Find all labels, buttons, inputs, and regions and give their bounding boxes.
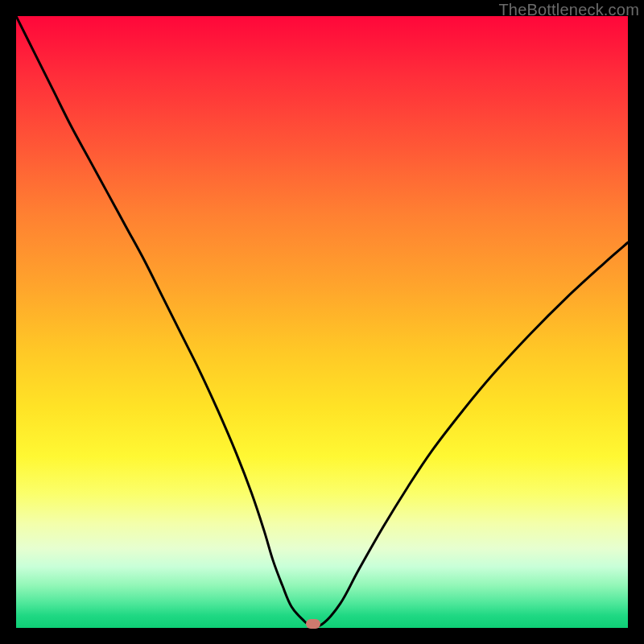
plot-area	[16, 16, 628, 628]
bottleneck-curve	[16, 16, 628, 628]
watermark-text: TheBottleneck.com	[498, 1, 639, 19]
chart-frame: TheBottleneck.com	[0, 0, 644, 644]
optimum-marker	[306, 619, 320, 629]
